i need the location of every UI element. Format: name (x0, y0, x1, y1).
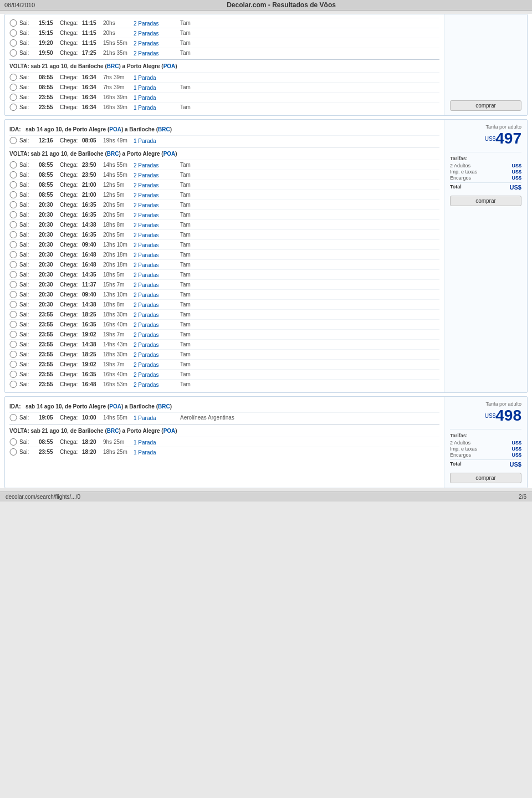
flight-radio[interactable] (9, 271, 17, 278)
browser-url: decolar.com/search/flights/.../0 (6, 494, 80, 500)
price-us-prefix-3: US$ (485, 413, 495, 419)
price-number-2: 497 (495, 130, 521, 147)
browser-title: Decolar.com - Resultados de Vôos (227, 1, 336, 9)
flight-row: Sai: 20:30 Chega: 11:37 15hs 7m 2 Parada… (9, 279, 439, 289)
flight-row: Sai: 20:30 Chega: 09:40 13hs 10m 2 Parad… (9, 239, 439, 249)
price-section-1: comprar (444, 14, 527, 115)
volta-header-1: VOLTA: sab 21 ago 10, de Bariloche (BRC)… (9, 62, 439, 70)
tarif-total-3: Total US$ (450, 459, 521, 468)
flight-radio[interactable] (9, 39, 17, 47)
volta-header-3: VOLTA: sab 21 ago 10, de Bariloche (BRC)… (9, 427, 439, 435)
flight-radio[interactable] (9, 341, 17, 348)
flight-radio[interactable] (9, 171, 17, 178)
flight-radio[interactable] (9, 181, 17, 188)
result-card-2: IDA: sab 14 ago 10, de Porto Alegre (POA… (4, 119, 528, 393)
flight-radio[interactable] (9, 74, 17, 81)
tarif-encargos-2: Encargos US$ (450, 175, 521, 181)
flight-row: Sai: 20:30 Chega: 14:38 18hs 8m 2 Parada… (9, 219, 439, 229)
flight-row: Sai: 23:55 Chega: 19:02 19hs 7m 2 Parada… (9, 359, 439, 369)
flight-radio[interactable] (9, 448, 17, 456)
comprar-button-1[interactable]: comprar (450, 100, 521, 111)
flight-radio[interactable] (9, 361, 17, 368)
flight-row: Sai: 23:55 Chega: 18:25 18hs 30m 2 Parad… (9, 309, 439, 319)
flight-radio[interactable] (9, 231, 17, 238)
tarif-total-2: Total US$ (450, 182, 521, 191)
price-us-prefix-2: US$ (485, 136, 495, 142)
tarif-imp-3: Imp. e taxas US$ (450, 446, 521, 452)
flight-row: Sai: 19:05 Chega: 10:00 14hs 55m 1 Parad… (9, 412, 439, 422)
flights-section-3: IDA: sab 14 ago 10, de Porto Alegre (POA… (5, 397, 444, 488)
tarif-adultos-3: 2 Adultos US$ (450, 440, 521, 446)
flight-radio[interactable] (9, 351, 17, 358)
flight-row: Sai: 20:30 Chega: 16:35 20hs 5m 2 Parada… (9, 229, 439, 239)
ida-header-2: IDA: sab 14 ago 10, de Porto Alegre (POA… (9, 125, 439, 134)
flight-row: Sai: 08:55 Chega: 16:34 7hs 39m 1 Parada… (9, 82, 439, 92)
tarif-adultos-2: 2 Adultos US$ (450, 163, 521, 168)
flight-radio[interactable] (9, 291, 17, 298)
flight-row: Sai: 20:30 Chega: 16:48 20hs 18m 2 Parad… (9, 249, 439, 259)
flight-radio[interactable] (9, 311, 17, 318)
flight-row: Sai: 23:55 Chega: 19:02 19hs 7m 2 Parada… (9, 329, 439, 339)
price-per-adult-label-2: Tarifa por adulto (450, 124, 521, 130)
flight-radio[interactable] (9, 281, 17, 288)
volta-header-2: VOLTA: sab 21 ago 10, de Bariloche (BRC)… (9, 150, 439, 158)
tarifs-title-3: Tarifas: (450, 433, 521, 438)
price-section-3: Tarifa por adulto US$498 Tarifas: 2 Adul… (444, 397, 527, 488)
ida-header-3: IDA: sab 14 ago 10, de Porto Alegre (POA… (9, 402, 439, 411)
flight-row: Sai: 15:15 Chega: 11:15 20hs 2 Paradas T… (9, 28, 439, 38)
flight-radio[interactable] (9, 321, 17, 328)
comprar-button-3[interactable]: comprar (450, 473, 521, 483)
tarifs-section-3: Tarifas: 2 Adultos US$ Imp. e taxas US$ … (450, 429, 521, 468)
flight-row: Sai: 19:50 Chega: 17:25 21hs 35m 2 Parad… (9, 48, 439, 58)
flight-radio[interactable] (9, 241, 17, 248)
flight-radio[interactable] (9, 161, 17, 168)
flight-row: Sai: 23:55 Chega: 18:25 18hs 30m 2 Parad… (9, 349, 439, 359)
flight-radio[interactable] (9, 94, 17, 101)
flight-radio[interactable] (9, 211, 17, 218)
flight-row: Sai: 15:15 Chega: 11:15 20hs 2 Paradas T… (9, 18, 439, 28)
flight-radio[interactable] (9, 331, 17, 338)
flight-row: Sai: 23:55 Chega: 18:20 18hs 25m 1 Parad… (9, 447, 439, 457)
flight-row: Sai: 23:55 Chega: 16:48 16hs 53m 2 Parad… (9, 379, 439, 389)
flight-radio[interactable] (9, 191, 17, 198)
flight-row: Sai: 20:30 Chega: 16:48 20hs 18m 2 Parad… (9, 259, 439, 269)
flight-radio[interactable] (9, 261, 17, 268)
flight-row: Sai: 08:55 Chega: 23:50 14hs 55m 2 Parad… (9, 160, 439, 170)
tarif-encargos-3: Encargos US$ (450, 452, 521, 458)
flight-row: Sai: 20:30 Chega: 16:35 20hs 5m 2 Parada… (9, 209, 439, 219)
flight-row: Sai: 08:55 Chega: 23:50 14hs 55m 2 Parad… (9, 170, 439, 180)
price-number-3: 498 (495, 407, 521, 424)
flight-radio[interactable] (9, 381, 17, 388)
flight-radio[interactable] (9, 84, 17, 91)
flight-radio[interactable] (9, 201, 17, 208)
tarifs-section-2: Tarifas: 2 Adultos US$ Imp. e taxas US$ … (450, 152, 521, 191)
tarif-imp-2: Imp. e taxas US$ (450, 169, 521, 175)
flight-radio[interactable] (9, 49, 17, 57)
flight-radio[interactable] (9, 371, 17, 378)
flight-radio[interactable] (9, 137, 17, 144)
flight-row: Sai: 23:55 Chega: 16:34 16hs 39m 1 Parad… (9, 102, 439, 112)
flight-row: Sai: 23:55 Chega: 14:38 14hs 43m 2 Parad… (9, 339, 439, 349)
flight-radio[interactable] (9, 301, 17, 308)
flight-row: Sai: 08:55 Chega: 16:34 7hs 39m 1 Parada (9, 72, 439, 82)
flight-row: Sai: 08:55 Chega: 18:20 9hs 25m 1 Parada (9, 437, 439, 447)
flight-row: Sai: 20:30 Chega: 14:38 18hs 8m 2 Parada… (9, 299, 439, 309)
price-per-adult-label-3: Tarifa por adulto (450, 401, 521, 407)
flight-radio[interactable] (9, 104, 17, 111)
flight-radio[interactable] (9, 19, 17, 27)
price-display-3: US$498 (450, 407, 521, 424)
flight-radio[interactable] (9, 29, 17, 37)
price-display-2: US$497 (450, 130, 521, 147)
page-indicator: 2/6 (519, 494, 526, 500)
flight-row: Sai: 23:55 Chega: 16:35 16hs 40m 2 Parad… (9, 369, 439, 379)
flight-radio[interactable] (9, 438, 17, 446)
flights-section-2: IDA: sab 14 ago 10, de Porto Alegre (POA… (5, 120, 444, 392)
flight-radio[interactable] (9, 414, 17, 421)
flight-row: Sai: 20:30 Chega: 09:40 13hs 10m 2 Parad… (9, 289, 439, 299)
flight-row: Sai: 20:30 Chega: 14:35 18hs 5m 2 Parada… (9, 269, 439, 279)
flight-radio[interactable] (9, 221, 17, 228)
flight-radio[interactable] (9, 251, 17, 258)
flight-row: Sai: 19:20 Chega: 11:15 15hs 55m 2 Parad… (9, 38, 439, 48)
comprar-button-2[interactable]: comprar (450, 196, 521, 206)
browser-bottom-bar: decolar.com/search/flights/.../0 2/6 (0, 492, 532, 502)
